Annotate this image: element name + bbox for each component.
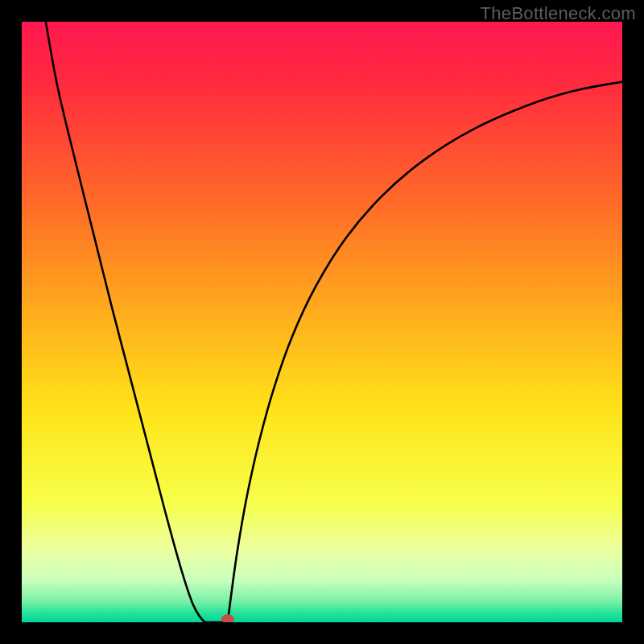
right-limb-path bbox=[228, 82, 622, 622]
minimum-marker bbox=[221, 614, 234, 622]
watermark-text: TheBottleneck.com bbox=[481, 3, 636, 24]
curve-layer bbox=[22, 22, 622, 622]
plot-area bbox=[22, 22, 622, 622]
chart-frame: TheBottleneck.com bbox=[0, 0, 644, 644]
left-limb-path bbox=[46, 22, 226, 622]
